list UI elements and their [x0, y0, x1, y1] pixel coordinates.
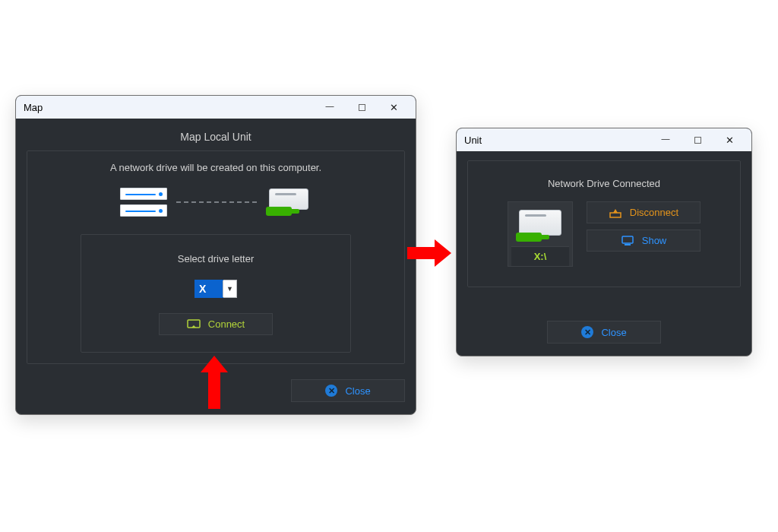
minimize-button[interactable] — [650, 135, 682, 144]
disconnect-button[interactable]: Disconnect — [587, 201, 701, 223]
connect-button-label: Connect — [208, 318, 245, 330]
svg-rect-2 — [622, 236, 633, 243]
unit-heading: Network Drive Connected — [479, 178, 729, 189]
unit-close-button[interactable]: ✕ Close — [547, 321, 661, 344]
drive-letter-label: X:\ — [511, 246, 569, 266]
unit-window-title: Unit — [464, 135, 482, 146]
svg-rect-1 — [610, 213, 621, 217]
drive-card: X:\ — [508, 201, 573, 267]
eject-icon — [609, 207, 622, 218]
svg-rect-3 — [625, 244, 631, 245]
map-titlebar: Map — [16, 96, 416, 119]
close-window-button[interactable] — [378, 102, 410, 113]
drive-select-panel: Select drive letter X ▼ Connect — [81, 234, 351, 353]
map-description: A network drive will be created on this … — [38, 162, 394, 173]
annotation-arrow-up — [201, 356, 228, 409]
unit-titlebar: Unit — [457, 128, 751, 151]
drive-icon — [516, 208, 565, 243]
connection-dots-icon — [175, 201, 258, 204]
unit-dialog: Unit Network Drive Connected X:\ — [456, 128, 752, 356]
select-drive-label: Select drive letter — [178, 253, 254, 264]
show-button[interactable]: Show — [587, 230, 701, 252]
map-close-label: Close — [345, 385, 370, 397]
disconnect-label: Disconnect — [630, 207, 678, 218]
close-window-button[interactable] — [713, 135, 745, 146]
maximize-button[interactable] — [682, 137, 713, 144]
show-label: Show — [642, 235, 667, 246]
server-icon — [120, 187, 167, 217]
drive-icon — [266, 187, 312, 217]
minimize-button[interactable] — [314, 103, 346, 112]
connection-illustration — [38, 187, 394, 217]
drive-letter-combo[interactable]: X ▼ — [194, 280, 237, 298]
map-heading: Map Local Unit — [27, 131, 405, 143]
map-window-title: Map — [24, 102, 43, 113]
chevron-down-icon[interactable]: ▼ — [223, 280, 236, 297]
connect-button[interactable]: Connect — [159, 313, 273, 335]
close-icon: ✕ — [325, 385, 337, 397]
monitor-icon — [621, 236, 634, 246]
annotation-arrow-right — [407, 239, 451, 267]
map-panel: A network drive will be created on this … — [27, 150, 405, 364]
unit-panel: Network Drive Connected X:\ — [467, 160, 741, 287]
close-icon: ✕ — [581, 326, 593, 338]
drive-letter-value: X — [195, 280, 223, 297]
maximize-button[interactable] — [346, 104, 378, 111]
map-close-button[interactable]: ✕ Close — [291, 379, 405, 402]
unit-close-label: Close — [601, 327, 626, 338]
connect-icon — [187, 319, 201, 330]
